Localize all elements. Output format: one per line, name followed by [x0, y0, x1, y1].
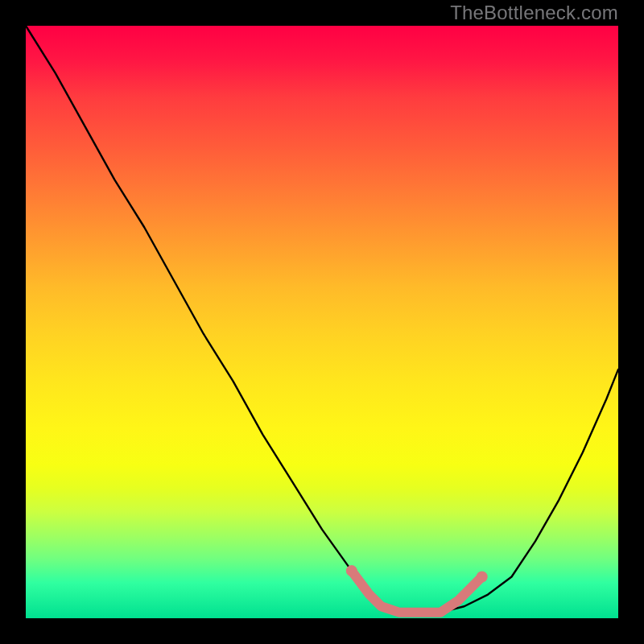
watermark-text: TheBottleneck.com — [450, 2, 618, 24]
chart-stage: { "watermark": { "text": "TheBottleneck.… — [0, 0, 644, 644]
plot-area — [26, 26, 618, 618]
